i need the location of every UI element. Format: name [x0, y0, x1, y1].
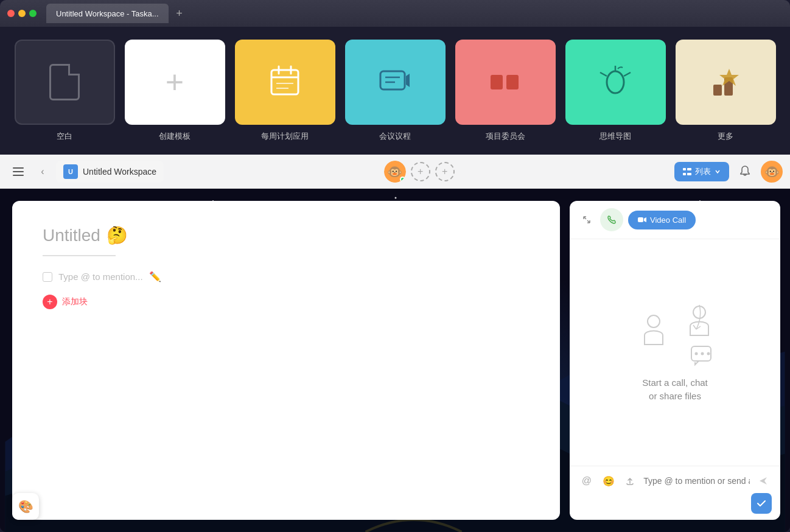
template-card-more	[676, 40, 776, 125]
svg-point-54	[648, 315, 660, 327]
upload-icon	[625, 476, 635, 486]
pencil-icon: ✏️	[149, 271, 161, 282]
checkmark-icon	[757, 500, 766, 506]
list-icon	[683, 167, 691, 176]
template-item-project[interactable]: 项目委员会	[455, 40, 556, 142]
tab-label: Untitled Workspace - Taska...	[56, 9, 159, 18]
template-card-create: +	[125, 40, 225, 125]
mindmap-icon	[597, 64, 634, 100]
chat-bubble-icon	[690, 345, 715, 369]
online-indicator	[400, 177, 405, 182]
hamburger-icon	[13, 167, 24, 176]
svg-rect-17	[683, 168, 686, 170]
menu-button[interactable]	[7, 161, 29, 183]
template-item-more[interactable]: 更多	[676, 40, 776, 142]
add-block-button[interactable]: +	[43, 295, 57, 309]
template-label-blank: 空白	[57, 131, 72, 142]
svg-rect-53	[638, 217, 643, 222]
minimize-panel-button[interactable]	[578, 211, 595, 228]
emoji-button[interactable]: 😊	[600, 472, 617, 489]
person-1-icon	[641, 314, 672, 345]
template-label-create: 创建模板	[159, 131, 191, 142]
window: Untitled Workspace - Taska... + 空白 + 创建模…	[0, 0, 790, 532]
meeting-icon	[377, 64, 413, 100]
toolbar-user-avatar[interactable]: 🐵	[761, 161, 783, 183]
paintbrush-button[interactable]: 🎨	[12, 493, 39, 520]
toolbar-right: 列表 🐵	[674, 161, 783, 183]
arrows-minimize-icon	[582, 215, 591, 224]
plus-icon: +	[166, 66, 184, 98]
add-block-label: 添加块	[62, 296, 88, 307]
back-icon: ‹	[41, 166, 44, 177]
current-user-avatar[interactable]: 🐵	[384, 161, 406, 183]
svg-line-13	[624, 72, 631, 76]
template-label-meeting: 会议议程	[379, 131, 411, 142]
svg-rect-18	[687, 168, 691, 170]
video-icon	[638, 217, 646, 223]
phone-call-button[interactable]	[600, 208, 623, 231]
task-row: Type @ to mention... ✏️	[43, 271, 530, 282]
chat-input[interactable]	[643, 476, 750, 486]
add-block-row[interactable]: + 添加块	[43, 295, 530, 309]
new-tab-button[interactable]: +	[171, 5, 188, 22]
confirm-button[interactable]	[751, 493, 772, 514]
workspace-avatar: U	[63, 164, 78, 179]
video-call-label: Video Call	[650, 215, 686, 225]
task-placeholder-text: Type @ to mention...	[58, 271, 143, 282]
main-toolbar: ‹ U Untitled Workspace 🐵 + +	[0, 155, 790, 189]
chat-empty-state: Start a call, chat or share files	[570, 239, 780, 466]
thinking-emoji: 🤔	[107, 225, 128, 245]
workspace-name-label: Untitled Workspace	[83, 167, 156, 177]
template-label-weekly: 每周计划应用	[261, 131, 309, 142]
template-item-mindmap[interactable]: 思维导图	[565, 40, 666, 142]
template-card-weekly	[235, 40, 335, 125]
chat-input-row: @ 😊	[578, 472, 772, 489]
title-divider	[43, 255, 116, 256]
arrow-decoration	[684, 302, 702, 335]
active-tab[interactable]: Untitled Workspace - Taska...	[46, 4, 169, 23]
svg-rect-6	[380, 71, 405, 89]
chat-input-area: @ 😊	[570, 466, 780, 520]
svg-point-59	[707, 352, 710, 355]
minimize-button[interactable]	[18, 10, 26, 17]
svg-point-25	[395, 197, 397, 199]
template-item-blank[interactable]: 空白	[15, 40, 115, 142]
maximize-button[interactable]	[29, 10, 37, 17]
traffic-lights	[7, 10, 37, 17]
blank-doc-icon	[49, 64, 80, 100]
video-call-button[interactable]: Video Call	[628, 211, 696, 229]
svg-point-58	[701, 352, 704, 355]
emoji-icon: 😊	[603, 475, 615, 487]
template-label-mindmap: 思维导图	[599, 131, 631, 142]
chevron-down-icon	[715, 169, 721, 175]
notification-button[interactable]	[734, 161, 756, 183]
workspace-breadcrumb[interactable]: U Untitled Workspace	[56, 161, 164, 183]
template-card-project	[455, 40, 556, 125]
invite-user-button-2[interactable]: +	[435, 162, 455, 181]
document-title[interactable]: Untitled 🤔	[43, 225, 530, 245]
chat-empty-illustration	[635, 302, 715, 369]
template-item-weekly[interactable]: 每周计划应用	[235, 40, 335, 142]
nav-back-button[interactable]: ‹	[34, 163, 51, 180]
template-item-create[interactable]: + 创建模板	[125, 40, 225, 142]
close-button[interactable]	[7, 10, 15, 17]
send-button[interactable]	[755, 472, 772, 489]
phone-icon	[607, 215, 617, 225]
chat-panel: Video Call	[570, 201, 780, 520]
template-label-more: 更多	[718, 131, 733, 142]
title-bar: Untitled Workspace - Taska... +	[0, 0, 790, 27]
attach-button[interactable]	[622, 472, 639, 489]
template-item-meeting[interactable]: 会议议程	[345, 40, 446, 142]
invite-user-button-1[interactable]: +	[411, 162, 430, 181]
tab-bar: Untitled Workspace - Taska... +	[46, 4, 783, 23]
toolbar-center: 🐵 + +	[169, 161, 669, 183]
document-panel: Untitled 🤔 Type @ to mention... ✏️ + 添加块	[12, 201, 560, 520]
task-checkbox[interactable]	[43, 272, 52, 282]
template-bar: 空白 + 创建模板	[0, 27, 790, 155]
mention-button[interactable]: @	[578, 472, 595, 489]
list-view-button[interactable]: 列表	[674, 162, 729, 181]
svg-rect-15	[713, 85, 722, 96]
template-grid: 空白 + 创建模板	[15, 40, 776, 142]
main-content: Untitled 🤔 Type @ to mention... ✏️ + 添加块	[0, 189, 790, 532]
paintbrush-icon: 🎨	[18, 499, 33, 514]
